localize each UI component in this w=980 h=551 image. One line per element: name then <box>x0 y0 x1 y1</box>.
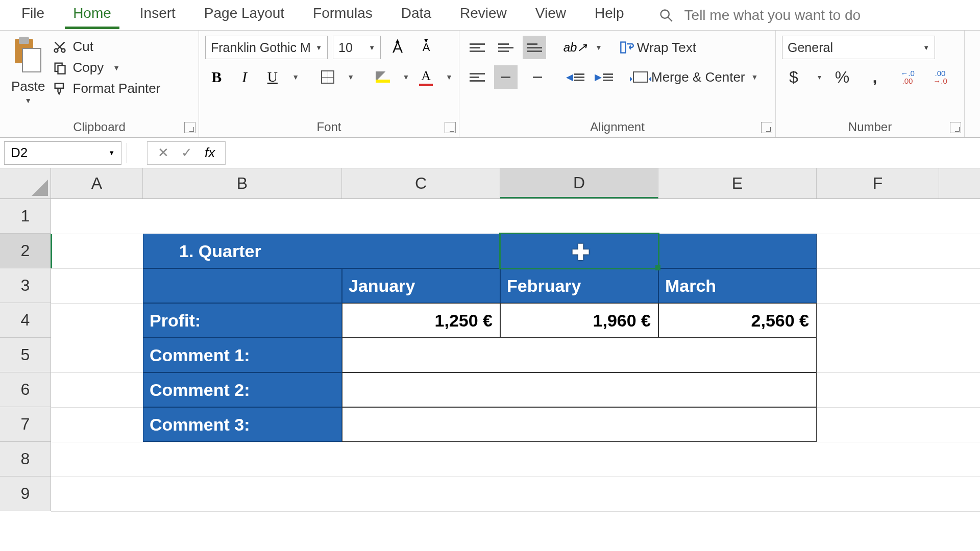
column-headers: A B C D E F <box>51 168 980 199</box>
svg-line-1 <box>668 17 672 21</box>
align-top-button[interactable] <box>465 36 489 59</box>
alignment-launcher[interactable] <box>761 122 772 133</box>
col-header-c[interactable]: C <box>342 168 500 198</box>
font-launcher[interactable] <box>445 122 456 133</box>
row-header-5[interactable]: 5 <box>0 338 51 372</box>
row-header-2[interactable]: 2 <box>0 234 52 268</box>
align-middle-button[interactable] <box>494 36 518 59</box>
menu-page-layout[interactable]: Page Layout <box>190 2 299 29</box>
cell-b5-comment1[interactable]: Comment 1: <box>143 338 342 372</box>
increase-indent-button[interactable]: ▶ <box>592 65 616 89</box>
cell-c7-e7[interactable] <box>342 407 817 442</box>
col-header-d[interactable]: D <box>500 168 658 198</box>
name-box[interactable]: D2 ▼ <box>4 141 121 165</box>
svg-rect-8 <box>55 83 63 88</box>
cell-d3-february[interactable]: February <box>500 268 658 303</box>
row-header-7[interactable]: 7 <box>0 407 51 442</box>
paste-dropdown-icon[interactable]: ▼ <box>24 96 32 105</box>
cell-c5-e5[interactable] <box>342 338 817 372</box>
select-all-corner[interactable] <box>0 168 51 199</box>
row-header-1[interactable]: 1 <box>0 199 51 234</box>
align-center-button[interactable] <box>494 65 518 89</box>
col-header-b[interactable]: B <box>143 168 342 198</box>
merge-dropdown-icon[interactable]: ▼ <box>751 73 758 81</box>
fill-color-button[interactable] <box>372 65 395 89</box>
cell-b2-title[interactable]: 1. Quarter <box>143 234 817 268</box>
decrease-font-button[interactable]: A▾ <box>414 36 438 59</box>
cell-e3-march[interactable]: March <box>658 268 817 303</box>
row-header-3[interactable]: 3 <box>0 268 51 303</box>
row-header-8[interactable]: 8 <box>0 442 51 477</box>
menu-file[interactable]: File <box>7 2 59 29</box>
menu-insert[interactable]: Insert <box>126 2 190 29</box>
menu-review[interactable]: Review <box>446 2 521 29</box>
accounting-dropdown-icon[interactable]: ▾ <box>818 73 821 81</box>
svg-rect-7 <box>58 65 65 73</box>
group-number: General ▼ $ ▾ % , ←.0.00 .00→.0 Number <box>776 31 965 137</box>
wrap-text-button[interactable]: Wrap Text <box>620 40 696 56</box>
paste-button[interactable]: Paste ▼ <box>6 36 51 120</box>
bold-button[interactable]: B <box>205 65 228 89</box>
font-color-button[interactable]: A <box>414 65 437 89</box>
copy-dropdown-icon[interactable]: ▼ <box>113 64 120 72</box>
row-header-6[interactable]: 6 <box>0 372 51 407</box>
col-header-e[interactable]: E <box>658 168 817 198</box>
align-left-button[interactable] <box>465 65 489 89</box>
menu-help[interactable]: Help <box>580 2 639 29</box>
formula-input[interactable] <box>231 141 976 165</box>
align-top-icon <box>470 43 485 52</box>
underline-dropdown-icon[interactable]: ▼ <box>292 73 299 81</box>
row-header-9[interactable]: 9 <box>0 477 51 511</box>
menu-home[interactable]: Home <box>59 2 126 29</box>
group-alignment-label: Alignment <box>459 120 775 134</box>
cell-b7-comment3[interactable]: Comment 3: <box>143 407 342 442</box>
borders-dropdown-icon[interactable]: ▼ <box>347 73 354 81</box>
col-header-f[interactable]: F <box>817 168 939 198</box>
copy-button[interactable]: Copy ▼ <box>53 60 161 76</box>
menu-data[interactable]: Data <box>387 2 446 29</box>
enter-formula-button[interactable]: ✓ <box>181 145 192 161</box>
clipboard-launcher[interactable] <box>184 122 195 133</box>
cell-b6-comment2[interactable]: Comment 2: <box>143 372 342 407</box>
cancel-formula-button[interactable]: ✕ <box>158 145 169 161</box>
row-header-4[interactable]: 4 <box>0 303 51 338</box>
merge-center-button[interactable]: Merge & Center ▼ <box>633 69 758 85</box>
fx-icon[interactable]: fx <box>205 145 215 161</box>
borders-button[interactable] <box>316 65 339 89</box>
percent-format-button[interactable]: % <box>830 65 854 89</box>
accounting-format-button[interactable]: $ <box>782 65 805 89</box>
cell-b3[interactable] <box>143 268 342 303</box>
cell-c3-january[interactable]: January <box>342 268 500 303</box>
decrease-indent-button[interactable]: ◀ <box>564 65 587 89</box>
underline-button[interactable]: U <box>261 65 284 89</box>
tell-me-search[interactable]: Tell me what you want to do <box>639 7 861 23</box>
number-launcher[interactable] <box>950 122 961 133</box>
cut-label: Cut <box>73 39 93 55</box>
cut-button[interactable]: Cut <box>53 39 161 55</box>
italic-button[interactable]: I <box>233 65 256 89</box>
cell-d4[interactable]: 1,960 € <box>500 303 658 338</box>
increase-decimal-button[interactable]: ←.0.00 <box>896 65 919 89</box>
number-format-value: General <box>788 40 833 55</box>
font-name-combo[interactable]: Franklin Gothic M ▼ <box>205 36 328 59</box>
align-right-button[interactable] <box>523 65 546 89</box>
fontcolor-dropdown-icon[interactable]: ▼ <box>446 73 453 81</box>
comma-format-button[interactable]: , <box>863 65 887 89</box>
fill-dropdown-icon[interactable]: ▼ <box>403 73 410 81</box>
align-bottom-button[interactable] <box>523 36 546 59</box>
menu-formulas[interactable]: Formulas <box>299 2 387 29</box>
cell-c4[interactable]: 1,250 € <box>342 303 500 338</box>
number-format-combo[interactable]: General ▼ <box>782 36 935 59</box>
increase-font-button[interactable]: A▴ <box>386 36 409 59</box>
cell-c6-e6[interactable] <box>342 372 817 407</box>
cell-b4-profit[interactable]: Profit: <box>143 303 342 338</box>
orientation-button[interactable]: ab↗ <box>564 36 587 59</box>
decrease-decimal-button[interactable]: .00→.0 <box>928 65 952 89</box>
cell-e4[interactable]: 2,560 € <box>658 303 817 338</box>
font-size-combo[interactable]: 10 ▼ <box>333 36 381 59</box>
menu-view[interactable]: View <box>521 2 580 29</box>
fill-icon <box>376 71 390 83</box>
format-painter-button[interactable]: Format Painter <box>53 81 161 96</box>
orientation-dropdown-icon[interactable]: ▼ <box>595 43 602 52</box>
col-header-a[interactable]: A <box>51 168 143 198</box>
